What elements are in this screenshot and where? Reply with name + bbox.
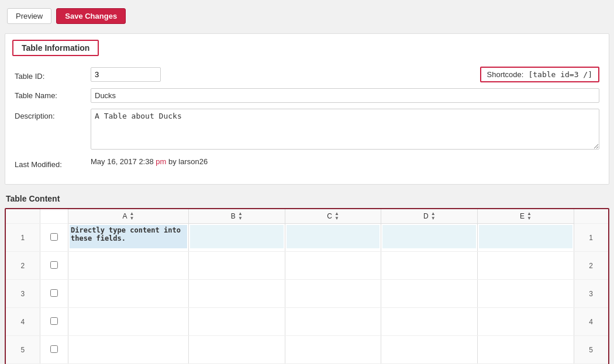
cell-r2-c1[interactable] <box>188 252 285 280</box>
table-name-label: Table Name: <box>15 88 91 100</box>
header-row-num <box>6 209 40 224</box>
cell-r5-c3[interactable] <box>381 336 478 364</box>
col-header-a: A ▲ ▼ <box>68 209 189 224</box>
textarea-r2-c3[interactable] <box>382 253 476 276</box>
table-id-row: Table ID: Shortcode: [table id=3 /] <box>15 67 599 82</box>
table-info-panel: Table Information Table ID: Shortcode: [… <box>5 33 609 185</box>
col-header-e: E ▲ ▼ <box>478 209 574 224</box>
col-a-label: A <box>123 212 127 220</box>
preview-button[interactable]: Preview <box>7 8 51 24</box>
description-textarea[interactable]: A Table about Ducks <box>91 109 599 150</box>
cell-r3-c1[interactable] <box>188 280 285 308</box>
col-b-sort[interactable]: ▲ ▼ <box>238 212 243 221</box>
description-label: Description: <box>15 109 91 120</box>
col-d-sort[interactable]: ▲ ▼ <box>431 212 436 221</box>
table-row: 44 <box>6 308 608 336</box>
last-modified-value: May 16, 2017 2:38 pm by larson26 <box>91 157 208 166</box>
cell-r4-c3[interactable] <box>381 308 478 336</box>
shortcode-label: Shortcode: <box>487 70 524 79</box>
textarea-r3-c3[interactable] <box>382 281 476 304</box>
table-content-wrapper: A ▲ ▼ B ▲ <box>5 208 609 364</box>
cell-r4-c1[interactable] <box>188 308 285 336</box>
row-num-right-3: 3 <box>574 280 608 308</box>
pm-text: pm <box>156 157 166 166</box>
textarea-r3-c1[interactable] <box>190 281 284 304</box>
cell-r5-c4[interactable] <box>478 336 574 364</box>
table-id-label: Table ID: <box>15 69 91 81</box>
checkbox-4[interactable] <box>50 317 58 325</box>
checkbox-1[interactable] <box>50 233 58 241</box>
textarea-r3-c4[interactable] <box>479 281 572 304</box>
cell-r3-c3[interactable] <box>381 280 478 308</box>
cell-r4-c0[interactable] <box>68 308 189 336</box>
textarea-r5-c0[interactable] <box>70 337 187 360</box>
cell-r1-c3[interactable] <box>381 224 478 252</box>
checkbox-3[interactable] <box>50 289 58 297</box>
cell-r3-c4[interactable] <box>478 280 574 308</box>
col-b-label: B <box>231 212 236 220</box>
table-name-input[interactable] <box>91 88 599 103</box>
textarea-r2-c1[interactable] <box>190 253 284 276</box>
cell-r2-c2[interactable] <box>285 252 381 280</box>
table-row: 33 <box>6 280 608 308</box>
row-checkbox-5[interactable] <box>40 336 68 364</box>
last-modified-label: Last Modified: <box>15 157 91 169</box>
row-num-4: 4 <box>6 308 40 336</box>
textarea-r3-c2[interactable] <box>287 281 380 304</box>
cell-r2-c4[interactable] <box>478 252 574 280</box>
cell-r2-c0[interactable] <box>68 252 189 280</box>
cell-r1-c1[interactable] <box>188 224 285 252</box>
cell-r1-c0[interactable] <box>68 224 189 252</box>
cell-r5-c0[interactable] <box>68 336 189 364</box>
checkbox-2[interactable] <box>50 261 58 269</box>
textarea-r4-c1[interactable] <box>190 309 284 332</box>
checkbox-5[interactable] <box>50 345 58 353</box>
textarea-r4-c2[interactable] <box>287 309 380 332</box>
col-c-sort[interactable]: ▲ ▼ <box>334 212 339 221</box>
table-id-input[interactable] <box>91 67 161 82</box>
textarea-r1-c1[interactable] <box>190 225 284 248</box>
row-num-right-1: 1 <box>574 224 608 252</box>
cell-r2-c3[interactable] <box>381 252 478 280</box>
table-name-row: Table Name: <box>15 88 599 103</box>
col-a-sort[interactable]: ▲ ▼ <box>130 212 134 221</box>
textarea-r1-c0[interactable] <box>70 225 187 248</box>
cell-r3-c2[interactable] <box>285 280 381 308</box>
cell-r4-c2[interactable] <box>285 308 381 336</box>
textarea-r1-c4[interactable] <box>479 225 572 248</box>
col-header-c: C ▲ ▼ <box>285 209 381 224</box>
data-table: A ▲ ▼ B ▲ <box>6 209 608 364</box>
col-e-label: E <box>520 212 525 220</box>
textarea-r1-c2[interactable] <box>287 225 380 248</box>
save-button[interactable]: Save Changes <box>56 8 126 24</box>
header-check <box>40 209 68 224</box>
table-content-title: Table Content <box>5 194 609 203</box>
textarea-r5-c2[interactable] <box>287 337 380 360</box>
table-row: 11 <box>6 224 608 252</box>
cell-r1-c2[interactable] <box>285 224 381 252</box>
cell-r5-c1[interactable] <box>188 336 285 364</box>
row-num-1: 1 <box>6 224 40 252</box>
cell-r4-c4[interactable] <box>478 308 574 336</box>
row-checkbox-2[interactable] <box>40 252 68 280</box>
textarea-r4-c4[interactable] <box>479 309 572 332</box>
col-e-sort[interactable]: ▲ ▼ <box>527 212 532 221</box>
cell-r3-c0[interactable] <box>68 280 189 308</box>
textarea-r5-c3[interactable] <box>382 337 476 360</box>
textarea-r2-c0[interactable] <box>70 253 187 276</box>
textarea-r5-c4[interactable] <box>479 337 572 360</box>
cell-r1-c4[interactable] <box>478 224 574 252</box>
header-row-num-right <box>574 209 608 224</box>
row-checkbox-4[interactable] <box>40 308 68 336</box>
textarea-r2-c4[interactable] <box>479 253 572 276</box>
cell-r5-c2[interactable] <box>285 336 381 364</box>
textarea-r4-c0[interactable] <box>70 309 187 332</box>
row-num-right-5: 5 <box>574 336 608 364</box>
textarea-r1-c3[interactable] <box>382 225 476 248</box>
textarea-r2-c2[interactable] <box>287 253 380 276</box>
textarea-r3-c0[interactable] <box>70 281 187 304</box>
textarea-r5-c1[interactable] <box>190 337 284 360</box>
row-checkbox-3[interactable] <box>40 280 68 308</box>
textarea-r4-c3[interactable] <box>382 309 476 332</box>
row-checkbox-1[interactable] <box>40 224 68 252</box>
